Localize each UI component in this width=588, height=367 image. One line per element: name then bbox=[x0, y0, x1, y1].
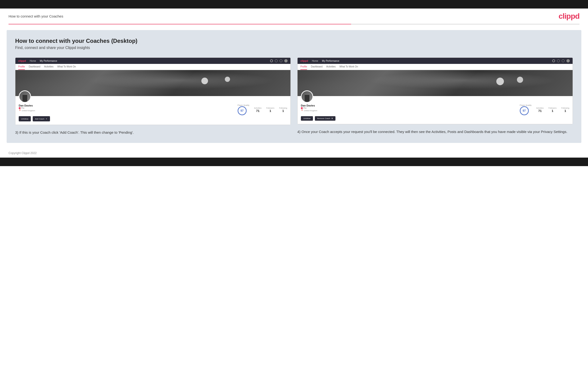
page-title: How to connect with your Coaches bbox=[9, 14, 63, 18]
right-activities-label: Activities bbox=[536, 107, 544, 109]
left-avatar bbox=[19, 90, 31, 103]
left-followers-label: Followers bbox=[266, 107, 274, 109]
right-followers-value: 1 bbox=[548, 109, 556, 113]
right-player-quality-label: Player Quality bbox=[520, 104, 532, 106]
left-followers-value: 1 bbox=[266, 109, 274, 113]
right-following-value: 1 bbox=[561, 109, 569, 113]
copyright-text: Copyright Clippd 2022 bbox=[9, 151, 37, 155]
left-followers-block: Followers 1 bbox=[266, 107, 274, 113]
section-subtitle: Find, connect and share your Clippd insi… bbox=[15, 46, 573, 50]
left-column: clippd Home My Performance Profile Dashb… bbox=[15, 58, 291, 135]
right-hero-image bbox=[298, 70, 573, 96]
right-mock-browser: clippd Home My Performance Profile Dashb… bbox=[297, 58, 573, 124]
left-player-quality-label: Player Quality bbox=[238, 104, 250, 106]
left-mock-tabs: Profile Dashboard Activities What To Wor… bbox=[15, 64, 290, 70]
right-tab-profile[interactable]: Profile bbox=[300, 64, 307, 70]
left-nav-home: Home bbox=[30, 60, 36, 62]
right-avatar bbox=[301, 90, 313, 103]
right-player-location: 📍 United Kingdom bbox=[301, 109, 325, 112]
left-unfollow-button[interactable]: Unfollow bbox=[19, 116, 31, 121]
left-avatar-figure bbox=[23, 95, 27, 102]
right-profile-name-block: Dan Davies Pro 📍 United Kingdom bbox=[301, 104, 325, 112]
right-followers-block: Followers 1 bbox=[548, 107, 556, 113]
right-player-badge: Pro bbox=[301, 107, 325, 109]
right-player-name: Dan Davies bbox=[301, 104, 325, 107]
left-add-coach-button[interactable]: Add Coach ＋ bbox=[33, 116, 50, 121]
left-description: 3) If this is your Coach click 'Add Coac… bbox=[15, 130, 291, 135]
bottom-bar bbox=[0, 158, 588, 166]
right-following-block: Following 1 bbox=[561, 107, 569, 113]
left-mock-nav: clippd Home My Performance bbox=[15, 58, 290, 64]
left-stats-row: Player Quality 97 Activities 71 Follower bbox=[238, 104, 287, 115]
right-following-label: Following bbox=[561, 107, 569, 109]
header-divider bbox=[9, 24, 579, 24]
right-stats-row: Player Quality 97 Activities 71 Follower bbox=[520, 104, 569, 115]
left-golf-ball bbox=[201, 78, 208, 84]
left-profile-name-block: Dan Davies Pro 📍 United Kingdom bbox=[19, 104, 43, 112]
section-title: How to connect with your Coaches (Deskto… bbox=[15, 38, 573, 44]
right-profile-info-row: Dan Davies Pro 📍 United Kingdom P bbox=[301, 104, 569, 115]
clippd-logo: clippd bbox=[559, 12, 579, 21]
right-followers-label: Followers bbox=[548, 107, 556, 109]
right-nav-home: Home bbox=[312, 60, 318, 62]
right-nav-icons bbox=[552, 59, 570, 62]
left-player-quality-value: 97 bbox=[241, 109, 243, 112]
left-tab-dashboard[interactable]: Dashboard bbox=[29, 64, 40, 70]
left-profile-section: Dan Davies Pro 📍 United Kingdom P bbox=[15, 96, 290, 125]
right-avatar-figure bbox=[305, 95, 309, 102]
left-search-icon bbox=[270, 59, 273, 62]
right-column: clippd Home My Performance Profile Dashb… bbox=[297, 58, 573, 135]
right-mock-nav: clippd Home My Performance bbox=[298, 58, 573, 64]
left-following-label: Following bbox=[279, 107, 287, 109]
right-mock-buttons: Unfollow Remove Coach ✕ bbox=[301, 116, 569, 121]
left-golf-ball-right bbox=[225, 77, 230, 82]
right-nav-performance: My Performance bbox=[322, 60, 339, 62]
left-settings-icon bbox=[280, 59, 282, 62]
right-badge-dot bbox=[301, 107, 303, 109]
left-activities-block: Activities 71 bbox=[254, 107, 261, 113]
right-remove-coach-button[interactable]: Remove Coach ✕ bbox=[315, 116, 336, 121]
left-user-icon bbox=[275, 59, 278, 62]
right-player-quality-value: 97 bbox=[523, 109, 526, 112]
left-tab-what-to-work-on[interactable]: What To Work On bbox=[57, 64, 76, 70]
right-settings-icon bbox=[562, 59, 564, 62]
left-player-name: Dan Davies bbox=[19, 104, 43, 107]
right-tab-activities[interactable]: Activities bbox=[326, 64, 336, 70]
right-tab-what-to-work-on[interactable]: What To Work On bbox=[339, 64, 358, 70]
left-nav-icons bbox=[270, 59, 288, 62]
left-player-location: 📍 United Kingdom bbox=[19, 109, 43, 112]
left-avatar-icon bbox=[284, 59, 288, 62]
right-tab-dashboard[interactable]: Dashboard bbox=[311, 64, 322, 70]
main-content: How to connect with your Coaches (Deskto… bbox=[7, 30, 581, 143]
right-player-quality-circle: 97 bbox=[520, 106, 529, 115]
right-mock-logo: clippd bbox=[300, 59, 308, 62]
left-activities-label: Activities bbox=[254, 107, 261, 109]
right-profile-section: Dan Davies Pro 📍 United Kingdom P bbox=[298, 96, 573, 124]
left-nav-performance: My Performance bbox=[40, 60, 57, 62]
right-activities-block: Activities 71 bbox=[536, 107, 544, 113]
left-tab-activities[interactable]: Activities bbox=[44, 64, 53, 70]
left-following-value: 1 bbox=[279, 109, 287, 113]
right-avatar-icon bbox=[566, 59, 570, 62]
top-bar bbox=[0, 0, 588, 8]
left-mock-logo: clippd bbox=[18, 59, 26, 62]
left-player-quality-circle: 97 bbox=[238, 106, 247, 115]
left-mock-buttons: Unfollow Add Coach ＋ bbox=[19, 116, 287, 121]
left-badge-dot bbox=[19, 107, 21, 109]
right-golf-ball bbox=[496, 78, 504, 85]
left-profile-info-row: Dan Davies Pro 📍 United Kingdom P bbox=[19, 104, 287, 115]
left-mock-browser: clippd Home My Performance Profile Dashb… bbox=[15, 58, 291, 125]
left-badge-label: Pro bbox=[21, 107, 24, 109]
left-hero-image bbox=[15, 70, 290, 96]
right-activities-value: 71 bbox=[536, 109, 544, 113]
right-mock-tabs: Profile Dashboard Activities What To Wor… bbox=[298, 64, 573, 70]
right-unfollow-button[interactable]: Unfollow bbox=[301, 116, 313, 121]
right-badge-label: Pro bbox=[303, 107, 306, 109]
left-tab-profile[interactable]: Profile bbox=[18, 64, 25, 70]
page-footer: Copyright Clippd 2022 bbox=[0, 149, 588, 158]
right-player-quality-block: Player Quality 97 bbox=[520, 104, 532, 115]
left-player-quality-block: Player Quality 97 bbox=[238, 104, 250, 115]
right-description: 4) Once your Coach accepts your request … bbox=[297, 129, 573, 135]
columns: clippd Home My Performance Profile Dashb… bbox=[15, 58, 573, 135]
right-golf-ball-right bbox=[517, 77, 523, 83]
